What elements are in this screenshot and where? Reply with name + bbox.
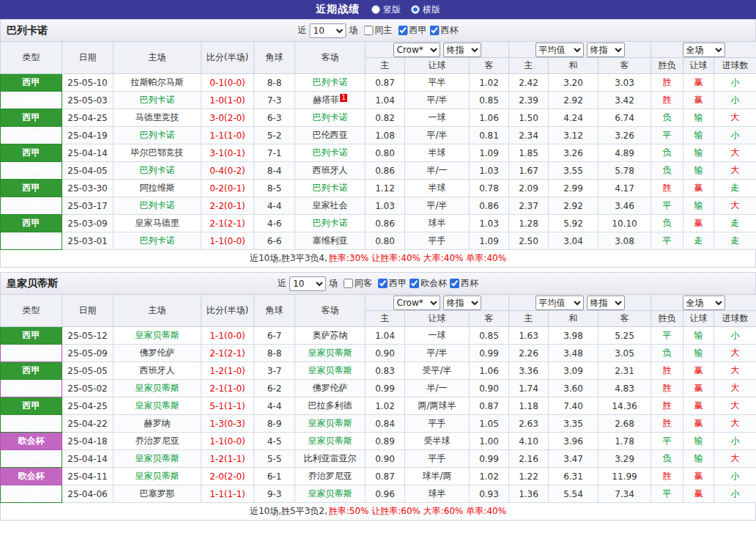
score[interactable]: 0-2(0-1) — [201, 180, 254, 197]
score[interactable]: 1-1(1-0) — [201, 127, 254, 144]
score[interactable]: 1-1(0-0) — [201, 327, 254, 345]
away-team[interactable]: 比利亚雷亚尔 — [295, 450, 366, 468]
league-checkbox[interactable] — [450, 279, 459, 288]
league-filter[interactable]: 西甲 — [396, 24, 427, 37]
score[interactable]: 1-2(1-1) — [201, 450, 254, 468]
score[interactable]: 1-1(0-0) — [201, 232, 254, 250]
away-team[interactable]: 皇家贝蒂斯 — [295, 415, 366, 433]
away-team[interactable]: 巴列卡诺 — [295, 180, 366, 197]
same-venue-checkbox[interactable] — [344, 279, 353, 288]
home-team[interactable]: 佛罗伦萨 — [114, 345, 201, 362]
average-select[interactable]: 平均值 — [536, 295, 584, 310]
home-team[interactable]: 阿拉维斯 — [114, 180, 201, 197]
score[interactable]: 2-1(2-1) — [201, 345, 254, 362]
home-team[interactable]: 巴列卡诺 — [114, 127, 201, 144]
home-team[interactable]: 皇家贝蒂斯 — [114, 468, 201, 485]
home-team[interactable]: 巴列卡诺 — [114, 162, 201, 180]
score[interactable]: 1-1(1-1) — [201, 485, 254, 503]
layout-option-horizontal[interactable]: 横版 — [411, 4, 440, 16]
score[interactable]: 2-2(0-1) — [201, 197, 254, 215]
home-team[interactable]: 巴塞罗那 — [114, 485, 201, 503]
bookmaker-select[interactable]: Crow* — [393, 295, 440, 310]
league-filter[interactable]: 西杯 — [447, 277, 478, 290]
away-team[interactable]: 皇家贝蒂斯 — [295, 485, 366, 503]
home-team[interactable]: 皇家贝蒂斯 — [114, 327, 201, 345]
euro-stage-select[interactable]: 终指 — [587, 295, 625, 310]
layout-option-vertical[interactable]: 竖版 — [371, 4, 401, 16]
home-team[interactable]: 皇家贝蒂斯 — [114, 380, 201, 397]
score[interactable]: 0-1(0-0) — [201, 74, 254, 92]
away-team[interactable]: 皇家贝蒂斯 — [295, 345, 366, 362]
score[interactable]: 5-1(1-1) — [201, 397, 254, 415]
away-team[interactable]: 塞维利亚 — [295, 232, 366, 250]
bookmaker-select[interactable]: Crow* — [393, 43, 440, 57]
match-date: 25-03-17 — [62, 197, 114, 215]
summary-line: 近10场,胜5平3负2, 胜率:50% 让胜率:60% 大率:60% 单率:40… — [0, 503, 756, 521]
away-team[interactable]: 乔治罗尼亚 — [295, 468, 366, 485]
score[interactable]: 1-3(0-3) — [201, 415, 254, 433]
match-count-select[interactable]: 10 — [289, 276, 326, 291]
home-team[interactable]: 毕尔巴鄂竞技 — [114, 144, 201, 162]
score[interactable]: 0-4(0-2) — [201, 162, 254, 180]
euro-stage-select[interactable]: 终指 — [587, 43, 625, 57]
league-checkbox[interactable] — [410, 279, 419, 288]
home-team[interactable]: 巴列卡诺 — [114, 197, 201, 215]
goals-result: 大 — [714, 415, 756, 433]
same-venue-filter[interactable]: 同主 — [361, 24, 393, 37]
score[interactable]: 2-1(1-0) — [201, 380, 254, 397]
away-team[interactable]: 西班牙人 — [295, 162, 366, 180]
col-header-home: 主场 — [114, 42, 201, 74]
home-team[interactable]: 乔治罗尼亚 — [114, 433, 201, 450]
away-team[interactable]: 巴列卡诺 — [295, 109, 366, 127]
home-team[interactable]: 巴列卡诺 — [114, 92, 201, 109]
average-select[interactable]: 平均值 — [536, 43, 584, 57]
score[interactable]: 2-0(2-0) — [201, 468, 254, 485]
score[interactable]: 1-0(1-0) — [201, 92, 254, 109]
league-filter[interactable]: 西杯 — [427, 24, 459, 37]
handicap-result: 赢 — [683, 92, 714, 109]
home-team[interactable]: 马德里竞技 — [114, 109, 201, 127]
away-team[interactable]: 巴列卡诺 — [295, 215, 366, 232]
match-count-select[interactable]: 10 — [310, 23, 346, 38]
away-team[interactable]: 巴列卡诺 — [295, 144, 366, 162]
same-venue-checkbox[interactable] — [364, 26, 374, 35]
away-team[interactable]: 巴列卡诺 — [295, 74, 366, 92]
euro-away-odds: 5.25 — [598, 327, 651, 345]
score[interactable]: 3-1(0-1) — [201, 144, 254, 162]
league-checkbox[interactable] — [378, 279, 388, 288]
away-team[interactable]: 巴伦西亚 — [295, 127, 366, 144]
away-team-name: 皇家贝蒂斯 — [308, 488, 352, 499]
away-team[interactable]: 皇家社会 — [295, 197, 366, 215]
league-checkbox[interactable] — [399, 26, 408, 35]
handicap-result: 赢 — [683, 74, 714, 92]
euro-away-odds: 4.89 — [598, 144, 651, 162]
fulltime-select[interactable]: 全场 — [683, 295, 725, 310]
league-filter[interactable]: 欧会杯 — [407, 277, 447, 290]
home-team[interactable]: 皇家贝蒂斯 — [114, 397, 201, 415]
home-team[interactable]: 皇家贝蒂斯 — [114, 450, 201, 468]
home-team[interactable]: 皇家马德里 — [114, 215, 201, 232]
away-team[interactable]: 巴拉多利德 — [295, 397, 366, 415]
home-team[interactable]: 巴列卡诺 — [114, 232, 201, 250]
euro-draw-odds: 3.48 — [549, 345, 598, 362]
asian-stage-select[interactable]: 终指 — [443, 43, 481, 57]
score[interactable]: 1-2(1-0) — [201, 362, 254, 380]
corners: 4-5 — [254, 433, 295, 450]
away-team[interactable]: 皇家贝蒂斯 — [295, 433, 366, 450]
away-team[interactable]: 佛罗伦萨 — [295, 380, 366, 397]
away-team[interactable]: 赫塔菲1 — [295, 92, 366, 109]
score[interactable]: 3-0(2-0) — [201, 109, 254, 127]
league-checkbox[interactable] — [430, 26, 440, 35]
away-team[interactable]: 皇家贝蒂斯 — [295, 362, 366, 380]
league-filter[interactable]: 西甲 — [375, 277, 407, 290]
home-team[interactable]: 西班牙人 — [114, 362, 201, 380]
home-team[interactable]: 赫罗纳 — [114, 415, 201, 433]
corners: 4-4 — [254, 197, 295, 215]
score[interactable]: 2-1(2-1) — [201, 215, 254, 232]
same-venue-filter[interactable]: 同客 — [341, 277, 372, 290]
away-team[interactable]: 奥萨苏纳 — [295, 327, 366, 345]
fulltime-select[interactable]: 全场 — [683, 43, 725, 57]
home-team[interactable]: 拉斯帕尔马斯 — [114, 74, 201, 92]
asian-stage-select[interactable]: 终指 — [443, 295, 481, 310]
score[interactable]: 1-1(0-0) — [201, 433, 254, 450]
